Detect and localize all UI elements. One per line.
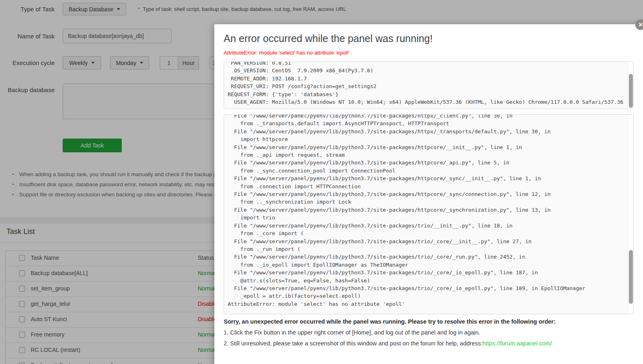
environment-log: PAN_VERSION: 0.8.51 OS_VERSION: CentOS 7… [224,61,633,106]
resolve-instructions-heading: Sorry, an unexpected error occurred whil… [224,318,556,325]
close-icon[interactable]: ✕ [635,19,643,30]
traceback-log: File "/www/server/panel/pyenv/lib/python… [224,114,633,308]
scrollbar-track[interactable] [628,115,633,314]
environment-log-box[interactable]: PAN_VERSION: 0.8.51 OS_VERSION: CentOS 7… [224,61,634,109]
error-dialog-title: An error occurred while the panel was ru… [224,33,433,44]
scrollbar-thumb[interactable] [629,250,633,304]
app-root: Type of Task Backup Database *Type of ta… [0,0,643,364]
forum-link[interactable]: https://forum.aapanel.com/ [482,340,552,347]
resolve-step-1: 1. Click the Fix button in the upper rig… [224,329,480,336]
scrollbar-thumb[interactable] [629,74,633,108]
scrollbar-track[interactable] [628,62,633,109]
error-dialog: ✕ An error occurred while the panel was … [214,24,643,364]
resolve-step-2: 2. Still unresolved, please take a scree… [224,340,552,347]
resolve-step-2-text: 2. Still unresolved, please take a scree… [224,340,482,347]
traceback-log-box[interactable]: File "/www/server/panel/pyenv/lib/python… [224,114,634,314]
error-summary: AttributeError: module 'select' has no a… [224,50,349,56]
